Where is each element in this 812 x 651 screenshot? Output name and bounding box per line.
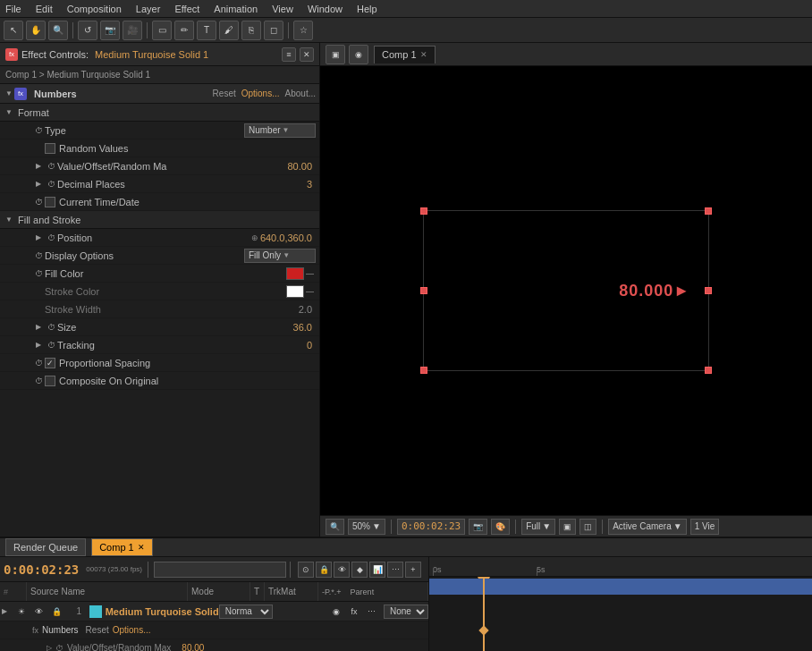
tl-more-btn[interactable]: ⋯ — [387, 562, 403, 578]
size-stopwatch[interactable] — [45, 321, 57, 334]
tool-select[interactable]: ↖ — [4, 21, 23, 40]
display-dropdown[interactable]: Fill Only ▼ — [244, 249, 316, 263]
tl-search-input[interactable] — [154, 562, 286, 578]
size-triangle[interactable]: ▶ — [32, 321, 45, 334]
render-queue-tab[interactable]: Render Queue — [5, 538, 86, 556]
composite-checkbox[interactable] — [45, 376, 55, 386]
tl-solo-btn[interactable]: ⊙ — [298, 562, 314, 578]
display-stopwatch[interactable] — [32, 249, 45, 262]
tool-rect[interactable]: ▭ — [152, 21, 172, 40]
menu-window[interactable]: Window — [306, 4, 344, 14]
tool-rotate[interactable]: ↺ — [78, 21, 97, 40]
size-value[interactable]: 36.0 — [293, 322, 312, 333]
fill-color-swatch[interactable] — [286, 267, 304, 280]
fx-numbers-toggle[interactable] — [4, 89, 14, 99]
layer-toggle1[interactable]: ◉ — [328, 604, 344, 620]
comp-view-btn[interactable]: ◉ — [349, 45, 368, 64]
current-checkbox[interactable] — [45, 197, 55, 207]
tool-text[interactable]: T — [197, 21, 216, 40]
value-stopwatch[interactable] — [45, 160, 57, 173]
tool-eraser[interactable]: ◻ — [264, 21, 283, 40]
ec-options-btn[interactable]: ≡ — [282, 47, 296, 62]
layer-mode-select[interactable]: Norma — [219, 604, 273, 619]
type-dropdown[interactable]: Number ▼ — [244, 123, 316, 138]
comp1-tab[interactable]: Comp 1 ✕ — [91, 538, 153, 556]
tracking-stopwatch[interactable] — [45, 339, 57, 351]
proportional-checkbox[interactable] — [45, 358, 55, 368]
current-stopwatch[interactable]: ⏱ — [32, 196, 45, 208]
view-count-btn[interactable]: 1 Vie — [690, 519, 720, 535]
comp-icon-btn[interactable]: ▣ — [326, 45, 345, 64]
ec-close-btn[interactable]: ✕ — [300, 47, 314, 62]
tl-keyframe-btn[interactable]: ◆ — [351, 562, 368, 578]
fx-options-btn[interactable]: Options... — [241, 89, 280, 98]
stroke-color-row[interactable]: Stroke Color — — [0, 283, 319, 300]
menu-help[interactable]: Help — [355, 4, 379, 14]
display-options-row[interactable]: Display Options Fill Only ▼ — [0, 247, 319, 265]
layer-lock-btn[interactable]: 🔒 — [49, 604, 65, 620]
fx-sub-reset[interactable]: Reset — [86, 625, 109, 635]
size-row[interactable]: ▶ Size 36.0 — [0, 318, 319, 336]
stroke-width-row[interactable]: Stroke Width 2.0 — [0, 300, 319, 318]
menu-animation[interactable]: Animation — [212, 4, 259, 14]
resolution-dropdown[interactable]: Full ▼ — [521, 519, 555, 535]
stroke-width-value[interactable]: 2.0 — [299, 304, 312, 315]
tool-camera2[interactable]: 🎥 — [123, 21, 142, 40]
menu-edit[interactable]: Edit — [34, 4, 55, 14]
fill-color-row[interactable]: Fill Color — — [0, 265, 319, 283]
comp-tab-close[interactable]: ✕ — [420, 50, 427, 59]
tool-puppet[interactable]: ☆ — [293, 21, 313, 40]
camera-view-dropdown[interactable]: Active Camera ▼ — [608, 519, 686, 535]
menu-composition[interactable]: Composition — [65, 4, 123, 14]
camera-icon[interactable]: 📷 — [469, 519, 487, 535]
pos-stopwatch[interactable] — [45, 232, 57, 244]
tool-brush[interactable]: 🖌 — [219, 21, 239, 40]
tl-add-btn[interactable]: + — [405, 562, 421, 578]
fill-stroke-toggle[interactable] — [4, 215, 14, 225]
tool-camera[interactable]: 📷 — [100, 21, 120, 40]
composite-stopwatch[interactable] — [32, 375, 45, 387]
layer-row[interactable]: ▶ ☀ 👁 🔒 1 Medium Turquoise Solid 1 Norma — [0, 602, 428, 621]
stroke-expand-btn[interactable]: — — [304, 287, 316, 296]
tool-clone[interactable]: ⎘ — [241, 21, 261, 40]
fx-reset-btn[interactable]: Reset — [213, 89, 236, 98]
menu-file[interactable]: File — [4, 4, 23, 14]
current-row[interactable]: ⏱ Current Time/Date — [0, 193, 319, 211]
format-toggle[interactable] — [4, 107, 14, 118]
tool-hand[interactable]: ✋ — [26, 21, 46, 40]
value-row[interactable]: ▶ Value/Offset/Random Ma 80.00 — [0, 157, 319, 175]
position-row[interactable]: ▶ Position ⊕ 640.0,360.0 — [0, 229, 319, 247]
tl-graph-btn[interactable]: 📊 — [369, 562, 385, 578]
layer-more-icons[interactable]: ⋯ — [364, 604, 380, 620]
layer-parent-select[interactable]: None — [384, 604, 428, 619]
type-stopwatch[interactable] — [32, 124, 45, 137]
composite-row[interactable]: Composite On Original — [0, 372, 319, 390]
menu-layer[interactable]: Layer — [134, 4, 163, 14]
menu-view[interactable]: View — [270, 4, 295, 14]
layer-bar[interactable] — [429, 579, 812, 595]
layer-eye-btn[interactable]: 👁 — [31, 604, 47, 620]
pos-triangle[interactable]: ▶ — [32, 232, 45, 244]
color-icon[interactable]: 🎨 — [491, 519, 510, 535]
decimal-value[interactable]: 3 — [307, 179, 312, 190]
decimal-row[interactable]: ▶ Decimal Places 3 — [0, 175, 319, 193]
type-row[interactable]: Type Number ▼ — [0, 122, 319, 140]
proportional-row[interactable]: Proportional Spacing — [0, 354, 319, 372]
random-values-row[interactable]: Random Values — [0, 140, 319, 157]
value-sub-value[interactable]: 80.00 — [178, 643, 207, 651]
fx-sub-options[interactable]: Options... — [113, 625, 151, 635]
fill-expand-btn[interactable]: — — [304, 269, 316, 278]
layer-solo-btn[interactable]: ☀ — [13, 604, 30, 620]
tl-vis-btn[interactable]: 👁 — [334, 562, 350, 578]
tracking-triangle[interactable]: ▶ — [32, 339, 45, 351]
zoom-dropdown[interactable]: 50% ▼ — [348, 519, 385, 535]
layer-fx-btn[interactable]: fx — [346, 604, 362, 620]
fill-stopwatch[interactable] — [32, 267, 45, 280]
tracking-row[interactable]: ▶ Tracking 0 — [0, 336, 319, 354]
value-value[interactable]: 80.00 — [287, 161, 312, 172]
layer-expand[interactable]: ▶ — [0, 607, 10, 615]
tracking-value[interactable]: 0 — [307, 340, 312, 351]
random-checkbox[interactable] — [45, 143, 55, 154]
tool-pen[interactable]: ✏ — [174, 21, 194, 40]
viewer-magnify-icon[interactable]: 🔍 — [326, 519, 344, 535]
